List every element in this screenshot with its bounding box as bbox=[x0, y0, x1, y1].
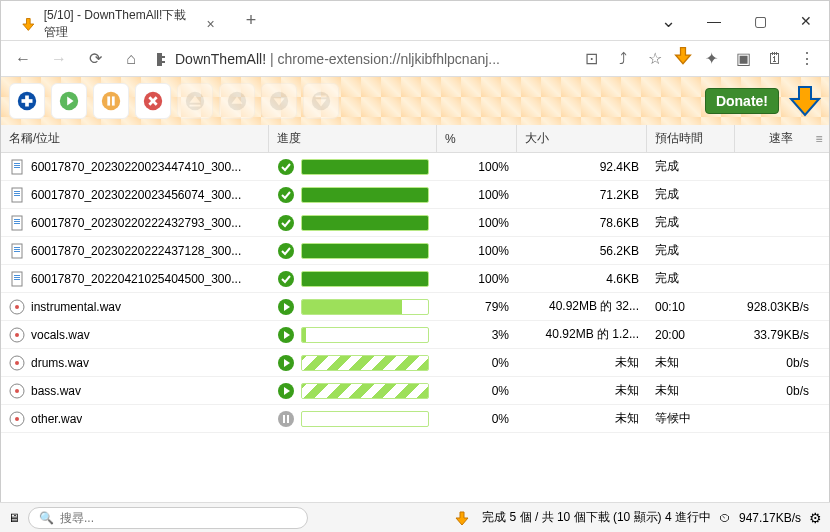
eta-cell: 完成 bbox=[647, 270, 735, 287]
eta-cell: 20:00 bbox=[647, 328, 735, 342]
percent-cell: 100% bbox=[437, 188, 517, 202]
table-row[interactable]: drums.wav0%未知未知0b/s bbox=[1, 349, 829, 377]
table-row[interactable]: 60017870_20230220222437128_300...100%56.… bbox=[1, 237, 829, 265]
tab-close-icon[interactable]: × bbox=[204, 17, 217, 31]
table-row[interactable]: bass.wav0%未知未知0b/s bbox=[1, 377, 829, 405]
table-row[interactable]: 60017870_20230220222432793_300...100%78.… bbox=[1, 209, 829, 237]
table-row[interactable]: vocals.wav3%40.92MB 的 1.2...20:0033.79KB… bbox=[1, 321, 829, 349]
eta-cell: 00:10 bbox=[647, 300, 735, 314]
table-row[interactable]: 60017870_20230220023447410_300...100%92.… bbox=[1, 153, 829, 181]
svg-rect-40 bbox=[14, 251, 20, 252]
svg-rect-43 bbox=[14, 275, 20, 276]
maximize-button[interactable]: ▢ bbox=[737, 5, 783, 37]
status-dl-icon bbox=[454, 510, 470, 526]
size-cell: 40.92MB 的 32... bbox=[517, 298, 647, 315]
url-input[interactable]: DownThemAll! | chrome-extension://nljkib… bbox=[153, 51, 569, 67]
size-cell: 78.6KB bbox=[517, 216, 647, 230]
percent-cell: 3% bbox=[437, 328, 517, 342]
app-toolbar: Donate! bbox=[1, 77, 829, 125]
percent-cell: 100% bbox=[437, 216, 517, 230]
progress-bar bbox=[301, 215, 429, 231]
column-menu-icon[interactable]: ≡ bbox=[809, 125, 829, 152]
filename: drums.wav bbox=[31, 356, 89, 370]
svg-point-41 bbox=[278, 243, 294, 259]
new-tab-button[interactable]: + bbox=[237, 7, 265, 35]
progress-bar bbox=[301, 243, 429, 259]
play-button[interactable] bbox=[51, 83, 87, 119]
search-box[interactable]: 🔍 bbox=[28, 507, 308, 529]
move-top-button[interactable] bbox=[177, 83, 213, 119]
column-eta[interactable]: 預估時間 bbox=[647, 125, 735, 152]
move-bottom-button[interactable] bbox=[303, 83, 339, 119]
browser-url-bar: ← → ⟳ ⌂ DownThemAll! | chrome-extension:… bbox=[1, 41, 829, 77]
dta-ext-icon[interactable] bbox=[673, 45, 693, 65]
svg-point-31 bbox=[278, 187, 294, 203]
status-icon bbox=[277, 186, 295, 204]
svg-rect-39 bbox=[14, 249, 20, 250]
status-text: 完成 5 個 / 共 10 個下載 (10 顯示) 4 進行中 bbox=[482, 509, 711, 526]
filename: bass.wav bbox=[31, 384, 81, 398]
svg-marker-68 bbox=[456, 512, 468, 525]
size-cell: 71.2KB bbox=[517, 188, 647, 202]
monitor-icon[interactable]: 🖥 bbox=[8, 511, 20, 525]
speed-cell: 928.03KB/s bbox=[735, 300, 829, 314]
share-icon[interactable]: ⤴ bbox=[609, 45, 637, 73]
cancel-button[interactable] bbox=[135, 83, 171, 119]
table-row[interactable]: instrumental.wav79%40.92MB 的 32...00:109… bbox=[1, 293, 829, 321]
table-row[interactable]: other.wav0%未知等候中 bbox=[1, 405, 829, 433]
minimize-button[interactable]: — bbox=[691, 5, 737, 37]
status-icon bbox=[277, 242, 295, 260]
speed-cell: 0b/s bbox=[735, 384, 829, 398]
donate-button[interactable]: Donate! bbox=[705, 88, 779, 114]
forward-button[interactable]: → bbox=[45, 45, 73, 73]
panel-icon[interactable]: ▣ bbox=[729, 45, 757, 73]
svg-rect-8 bbox=[107, 96, 110, 105]
move-down-button[interactable] bbox=[261, 83, 297, 119]
table-row[interactable]: 60017870_20230220023456074_300...100%71.… bbox=[1, 181, 829, 209]
column-progress[interactable]: 進度 bbox=[269, 125, 437, 152]
browser-tab[interactable]: [5/10] - DownThemAll!下載管理 × bbox=[9, 8, 229, 40]
menu-icon[interactable]: ⋮ bbox=[793, 45, 821, 73]
size-cell: 未知 bbox=[517, 354, 647, 371]
svg-point-52 bbox=[15, 333, 19, 337]
svg-point-64 bbox=[15, 417, 19, 421]
column-speed[interactable]: 速率 bbox=[735, 125, 809, 152]
column-percent[interactable]: % bbox=[437, 125, 517, 152]
browser-titlebar: [5/10] - DownThemAll!下載管理 × + ⌄ — ▢ ✕ bbox=[1, 1, 829, 41]
close-button[interactable]: ✕ bbox=[783, 5, 829, 37]
svg-rect-9 bbox=[112, 96, 115, 105]
percent-cell: 100% bbox=[437, 272, 517, 286]
filename: instrumental.wav bbox=[31, 300, 121, 314]
svg-rect-30 bbox=[14, 195, 20, 196]
svg-marker-0 bbox=[23, 18, 34, 30]
settings-icon[interactable]: ⚙ bbox=[809, 510, 822, 526]
svg-rect-25 bbox=[14, 167, 20, 168]
search-input[interactable] bbox=[60, 511, 297, 525]
column-name[interactable]: 名稱/位址 bbox=[1, 125, 269, 152]
table-row[interactable]: 60017870_20220421025404500_300...100%4.6… bbox=[1, 265, 829, 293]
column-size[interactable]: 大小 bbox=[517, 125, 647, 152]
translate-icon[interactable]: ⊡ bbox=[577, 45, 605, 73]
filename: 60017870_20230220222437128_300... bbox=[31, 244, 241, 258]
extension-icon bbox=[153, 51, 169, 67]
svg-rect-38 bbox=[14, 247, 20, 248]
pause-button[interactable] bbox=[93, 83, 129, 119]
window-chevron-icon[interactable]: ⌄ bbox=[645, 5, 691, 37]
filename: 60017870_20220421025404500_300... bbox=[31, 272, 241, 286]
reload-button[interactable]: ⟳ bbox=[81, 45, 109, 73]
svg-point-65 bbox=[278, 411, 294, 427]
add-button[interactable] bbox=[9, 83, 45, 119]
percent-cell: 79% bbox=[437, 300, 517, 314]
profile-icon[interactable]: 🗓 bbox=[761, 45, 789, 73]
url-text: DownThemAll! | chrome-extension://nljkib… bbox=[175, 51, 500, 67]
file-icon bbox=[9, 243, 25, 259]
svg-marker-1 bbox=[676, 47, 691, 63]
extensions-icon[interactable]: ✦ bbox=[697, 45, 725, 73]
move-up-button[interactable] bbox=[219, 83, 255, 119]
status-icon bbox=[277, 158, 295, 176]
star-icon[interactable]: ☆ bbox=[641, 45, 669, 73]
home-button[interactable]: ⌂ bbox=[117, 45, 145, 73]
file-icon bbox=[9, 215, 25, 231]
back-button[interactable]: ← bbox=[9, 45, 37, 73]
size-cell: 未知 bbox=[517, 382, 647, 399]
